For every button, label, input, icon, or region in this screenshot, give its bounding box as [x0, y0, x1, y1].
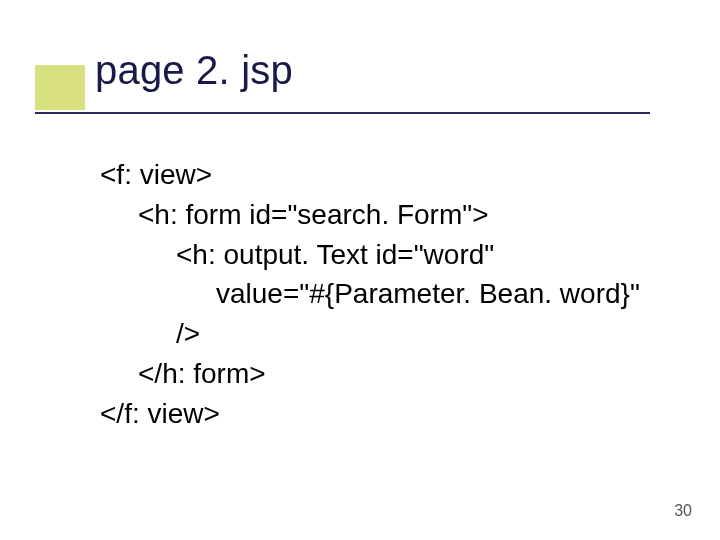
- code-block: <f: view> <h: form id="search. Form"> <h…: [100, 155, 680, 433]
- page-title: page 2. jsp: [95, 48, 293, 93]
- slide: page 2. jsp <f: view> <h: form id="searc…: [0, 0, 720, 540]
- code-line: value="#{Parameter. Bean. word}": [100, 274, 680, 314]
- page-number: 30: [674, 502, 692, 520]
- code-line: />: [100, 314, 680, 354]
- code-line: </f: view>: [100, 394, 680, 434]
- code-line: </h: form>: [100, 354, 680, 394]
- code-line: <h: form id="search. Form">: [100, 195, 680, 235]
- accent-box: [35, 65, 85, 110]
- title-underline: [35, 112, 650, 114]
- code-line: <f: view>: [100, 155, 680, 195]
- code-line: <h: output. Text id="word": [100, 235, 680, 275]
